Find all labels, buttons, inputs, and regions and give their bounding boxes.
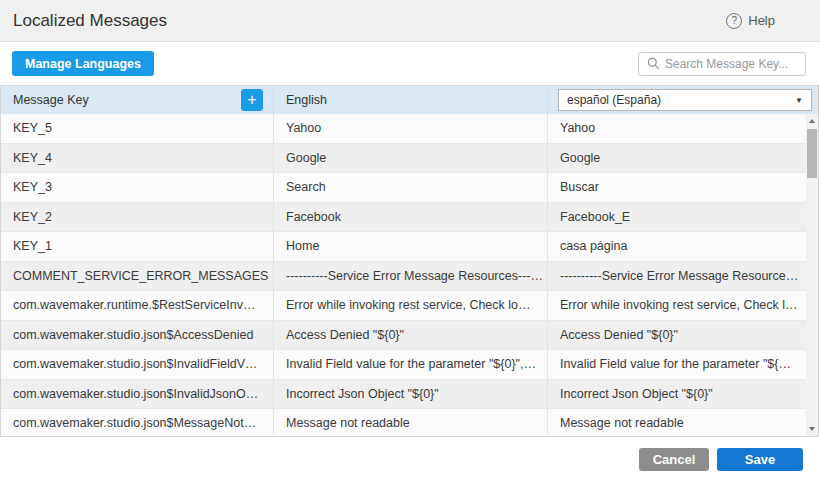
message-key-cell[interactable]: COMMENT_SERVICE_ERROR_MESSAGES xyxy=(1,262,273,291)
table-row[interactable]: KEY_5 Yahoo Yahoo xyxy=(1,114,806,144)
translation-cell[interactable]: Incorrect Json Object "${0}" xyxy=(547,380,806,409)
translation-cell[interactable]: Error while invoking rest service, Check… xyxy=(547,291,806,320)
english-cell[interactable]: Search xyxy=(273,173,547,202)
english-cell[interactable]: Invalid Field value for the parameter "$… xyxy=(273,350,547,379)
table-row[interactable]: com.wavemaker.runtime.$RestServiceInv… E… xyxy=(1,291,806,321)
search-box[interactable] xyxy=(638,52,806,76)
add-message-key-button[interactable]: + xyxy=(241,89,263,111)
translation-cell[interactable]: Access Denied "${0}" xyxy=(547,321,806,350)
column-header-message-key: Message Key + xyxy=(1,86,273,114)
language-select[interactable]: español (España) ▼ xyxy=(558,89,812,111)
table-row[interactable]: KEY_2 Facebook Facebook_E xyxy=(1,203,806,233)
message-key-cell[interactable]: com.wavemaker.studio.json$MessageNot… xyxy=(1,409,273,436)
english-cell[interactable]: Message not readable xyxy=(273,409,547,436)
vertical-scrollbar[interactable] xyxy=(806,114,818,436)
english-cell[interactable]: Google xyxy=(273,144,547,173)
translation-cell[interactable]: Message not readable xyxy=(547,409,806,436)
help-button[interactable]: ? Help xyxy=(726,13,775,29)
message-key-label: Message Key xyxy=(13,93,89,107)
triangle-down-icon xyxy=(809,427,815,431)
table-row[interactable]: com.wavemaker.studio.json$InvalidFieldV…… xyxy=(1,350,806,380)
table-row[interactable]: KEY_4 Google Google xyxy=(1,144,806,174)
page-title: Localized Messages xyxy=(13,11,167,31)
column-header-english: English xyxy=(273,86,547,114)
english-cell[interactable]: Error while invoking rest service, Check… xyxy=(273,291,547,320)
table-row[interactable]: COMMENT_SERVICE_ERROR_MESSAGES ---------… xyxy=(1,262,806,292)
dialog-footer: Cancel Save xyxy=(0,448,803,471)
message-key-cell[interactable]: com.wavemaker.studio.json$InvalidFieldV… xyxy=(1,350,273,379)
english-cell[interactable]: Yahoo xyxy=(273,114,547,143)
message-key-cell[interactable]: KEY_1 xyxy=(1,232,273,261)
translation-cell[interactable]: Buscar xyxy=(547,173,806,202)
message-key-cell[interactable]: KEY_5 xyxy=(1,114,273,143)
translation-cell[interactable]: Yahoo xyxy=(547,114,806,143)
table-row[interactable]: com.wavemaker.studio.json$InvalidJsonO… … xyxy=(1,380,806,410)
save-button[interactable]: Save xyxy=(717,448,803,471)
table-header: Message Key + English español (España) ▼ xyxy=(1,86,818,114)
scroll-down-button[interactable] xyxy=(806,422,818,436)
english-cell[interactable]: Facebook xyxy=(273,203,547,232)
table-row[interactable]: KEY_3 Search Buscar xyxy=(1,173,806,203)
column-header-language: español (España) ▼ xyxy=(547,86,818,114)
language-select-value: español (España) xyxy=(567,93,661,107)
search-icon xyxy=(647,57,660,70)
message-key-cell[interactable]: com.wavemaker.studio.json$AccessDenied xyxy=(1,321,273,350)
translation-cell[interactable]: casa página xyxy=(547,232,806,261)
messages-table: Message Key + English español (España) ▼… xyxy=(0,85,819,437)
toolbar: Manage Languages xyxy=(0,42,820,85)
translation-cell[interactable]: ----------Service Error Message Resource… xyxy=(547,262,806,291)
table-body: KEY_5 Yahoo Yahoo KEY_4 Google Google KE… xyxy=(1,114,806,436)
translation-cell[interactable]: Invalid Field value for the parameter "$… xyxy=(547,350,806,379)
search-input[interactable] xyxy=(665,57,797,71)
triangle-up-icon xyxy=(809,119,815,123)
cancel-button[interactable]: Cancel xyxy=(639,448,709,471)
table-row[interactable]: com.wavemaker.studio.json$AccessDenied A… xyxy=(1,321,806,351)
english-cell[interactable]: Home xyxy=(273,232,547,261)
scroll-up-button[interactable] xyxy=(806,114,818,128)
message-key-cell[interactable]: KEY_3 xyxy=(1,173,273,202)
help-label: Help xyxy=(748,13,775,28)
manage-languages-button[interactable]: Manage Languages xyxy=(12,51,154,76)
table-row[interactable]: com.wavemaker.studio.json$MessageNot… Me… xyxy=(1,409,806,436)
table-row[interactable]: KEY_1 Home casa página xyxy=(1,232,806,262)
scrollbar-thumb[interactable] xyxy=(807,129,817,178)
translation-cell[interactable]: Google xyxy=(547,144,806,173)
question-circle-icon: ? xyxy=(726,13,742,29)
message-key-cell[interactable]: KEY_4 xyxy=(1,144,273,173)
chevron-down-icon: ▼ xyxy=(795,96,803,105)
translation-cell[interactable]: Facebook_E xyxy=(547,203,806,232)
dialog-titlebar: Localized Messages ? Help xyxy=(0,0,820,42)
message-key-cell[interactable]: com.wavemaker.studio.json$InvalidJsonO… xyxy=(1,380,273,409)
english-label: English xyxy=(286,93,327,107)
english-cell[interactable]: Access Denied "${0}" xyxy=(273,321,547,350)
message-key-cell[interactable]: KEY_2 xyxy=(1,203,273,232)
english-cell[interactable]: Incorrect Json Object "${0}" xyxy=(273,380,547,409)
english-cell[interactable]: ----------Service Error Message Resource… xyxy=(273,262,547,291)
message-key-cell[interactable]: com.wavemaker.runtime.$RestServiceInv… xyxy=(1,291,273,320)
